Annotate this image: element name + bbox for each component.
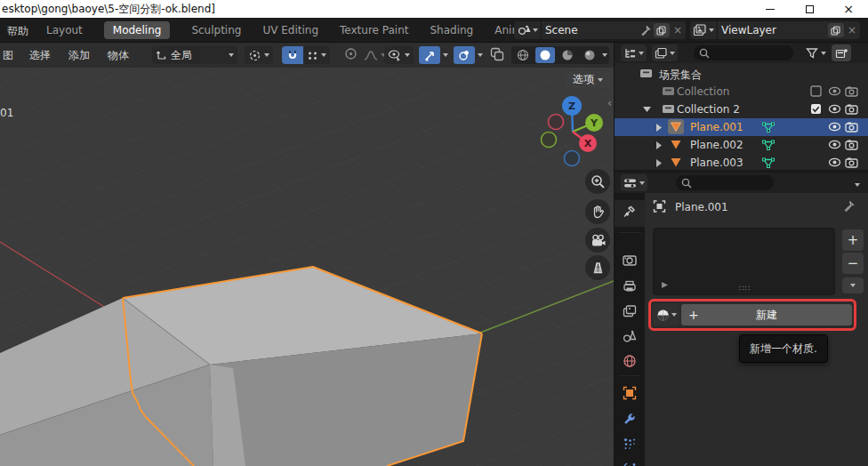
view-layer-browse-button[interactable] <box>690 21 718 39</box>
render-camera-icon[interactable] <box>845 139 858 150</box>
scene-collection-row[interactable]: 场景集合 <box>615 65 868 83</box>
hide-eye-icon[interactable] <box>828 85 841 97</box>
disclosure-closed-icon[interactable] <box>655 159 663 167</box>
workspace-tab-uv-editing[interactable]: UV Editing <box>262 24 318 36</box>
maximize-button[interactable] <box>790 0 829 18</box>
disclosure-closed-icon[interactable] <box>655 124 663 132</box>
tab-physics[interactable] <box>623 462 637 466</box>
pin-icon[interactable] <box>842 200 855 213</box>
outliner-search[interactable] <box>694 45 793 60</box>
render-camera-icon[interactable] <box>845 85 858 97</box>
pivot-point-dropdown[interactable] <box>245 46 273 64</box>
proportional-falloff-dropdown[interactable] <box>364 49 386 61</box>
remove-view-layer-icon[interactable]: × <box>848 24 856 36</box>
tab-world[interactable] <box>623 354 637 368</box>
tab-output[interactable] <box>623 279 637 293</box>
collection-2-row[interactable]: Collection 2 <box>615 100 868 118</box>
show-gizmo-toggle[interactable] <box>419 46 440 64</box>
properties-editor-type-button[interactable] <box>621 174 647 191</box>
navigation-gizmo[interactable]: Z Y X <box>534 83 611 172</box>
snap-toggle[interactable] <box>282 46 303 64</box>
pin-icon[interactable] <box>639 25 651 36</box>
plane-001-row[interactable]: Plane.001 <box>615 118 868 136</box>
menu-object[interactable]: 物体 <box>108 48 129 63</box>
object-breadcrumb-icon <box>652 199 667 213</box>
filter-dropdown[interactable] <box>806 47 826 59</box>
properties-search-input[interactable] <box>695 177 767 189</box>
tab-particles[interactable] <box>623 437 637 451</box>
menu-view[interactable]: 图 <box>3 48 13 63</box>
transform-orientation-dropdown[interactable]: 全局 <box>152 46 237 64</box>
tab-modifiers[interactable] <box>623 412 637 426</box>
properties-options-dropdown[interactable] <box>855 177 860 189</box>
close-button[interactable]: × <box>829 0 868 18</box>
scene-browse-button[interactable] <box>514 21 542 39</box>
breadcrumb-object-name[interactable]: Plane.001 <box>675 201 728 213</box>
render-camera-icon[interactable] <box>845 121 858 133</box>
menu-add[interactable]: 添加 <box>68 48 90 63</box>
view-layer-name-field[interactable]: ViewLayer × <box>718 21 860 39</box>
panel-expand-icon[interactable] <box>661 281 669 289</box>
gizmo-minus-z[interactable] <box>565 151 580 166</box>
workspace-tab-modeling[interactable]: Modeling <box>104 21 171 39</box>
pan-button[interactable] <box>585 199 610 224</box>
browse-material-button[interactable] <box>653 304 679 325</box>
scene-name-field[interactable]: Scene × <box>542 21 686 39</box>
snap-settings-dropdown[interactable] <box>303 46 330 64</box>
exclude-checkbox-checked[interactable] <box>810 103 822 115</box>
hide-eye-icon[interactable] <box>828 103 841 115</box>
remove-material-slot-button[interactable]: − <box>842 253 864 274</box>
menu-help[interactable]: 帮助 <box>7 24 28 39</box>
exclude-checkbox-empty[interactable] <box>810 85 822 97</box>
add-material-slot-button[interactable]: + <box>842 229 864 251</box>
render-camera-icon[interactable] <box>845 157 858 168</box>
hide-eye-icon[interactable] <box>828 121 841 133</box>
shading-rendered-button[interactable] <box>580 47 599 63</box>
hide-eye-icon[interactable] <box>828 157 841 168</box>
zoom-button[interactable] <box>585 169 610 194</box>
outliner-display-mode-button[interactable] <box>652 44 678 61</box>
workspace-tab-texture-paint[interactable]: Texture Paint <box>340 24 408 36</box>
tab-object[interactable] <box>623 386 637 400</box>
render-camera-icon[interactable] <box>845 103 858 115</box>
workspace-tab-layout[interactable]: Layout <box>46 24 83 36</box>
xray-toggle[interactable] <box>488 47 506 64</box>
shading-material-button[interactable] <box>558 47 577 63</box>
workspace-tab-sculpting[interactable]: Sculpting <box>191 24 241 36</box>
tab-tool[interactable] <box>623 205 637 219</box>
plane-003-row[interactable]: Plane.003 <box>615 154 868 172</box>
proportional-editing-toggle[interactable] <box>341 47 360 63</box>
new-view-layer-button[interactable] <box>828 23 844 37</box>
material-slot-list[interactable]: ∷∷ <box>653 228 835 295</box>
camera-view-button[interactable] <box>585 228 610 253</box>
tab-scene[interactable] <box>623 329 637 343</box>
material-specials-button[interactable] <box>842 277 864 293</box>
plane-002-row[interactable]: Plane.002 <box>615 136 868 154</box>
minimize-button[interactable] <box>751 0 790 18</box>
workspace-tab-shading[interactable]: Shading <box>430 24 473 36</box>
shading-wireframe-button[interactable] <box>513 47 533 63</box>
outliner-search-input[interactable] <box>713 47 784 59</box>
disclosure-open-icon[interactable] <box>643 106 651 113</box>
selectability-visibility-dropdown[interactable] <box>384 46 414 64</box>
3d-scene[interactable] <box>0 68 614 466</box>
new-scene-button[interactable] <box>654 23 670 37</box>
outliner-editor-type-button[interactable] <box>621 44 647 61</box>
tab-view-layer[interactable] <box>623 304 637 318</box>
3d-viewport[interactable]: 01 选项 ‹ Z Y X <box>0 68 614 466</box>
disclosure-closed-icon[interactable] <box>655 141 663 149</box>
new-collection-button[interactable] <box>832 44 851 61</box>
properties-search[interactable] <box>676 175 774 190</box>
tab-render[interactable] <box>623 253 637 268</box>
gizmo-minus-x[interactable] <box>549 115 564 130</box>
menu-select[interactable]: 选择 <box>29 48 51 63</box>
resize-grip-icon[interactable]: ∷∷ <box>739 284 751 293</box>
collection-row[interactable]: Collection <box>615 83 868 100</box>
unlink-scene-icon[interactable]: × <box>673 24 682 36</box>
shading-solid-button[interactable] <box>535 47 555 63</box>
orthographic-toggle-button[interactable] <box>585 255 610 280</box>
new-material-button[interactable]: + 新建 <box>681 304 852 325</box>
show-overlays-toggle[interactable] <box>454 46 475 64</box>
gizmo-minus-y[interactable] <box>542 133 557 148</box>
hide-eye-icon[interactable] <box>828 139 841 150</box>
